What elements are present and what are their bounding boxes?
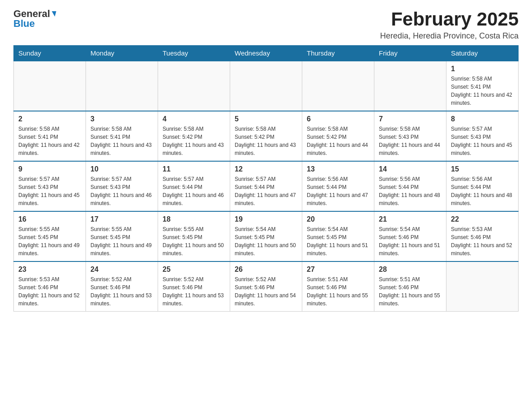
day-info: Sunrise: 5:58 AM Sunset: 5:41 PM Dayligh… xyxy=(90,125,153,157)
day-info: Sunrise: 5:58 AM Sunset: 5:42 PM Dayligh… xyxy=(307,125,369,157)
logo-blue-text: Blue xyxy=(13,19,35,29)
calendar-cell: 19Sunrise: 5:54 AM Sunset: 5:45 PM Dayli… xyxy=(230,211,302,261)
logo-arrow-icon xyxy=(50,11,56,17)
day-number: 17 xyxy=(90,215,153,223)
day-number: 20 xyxy=(307,215,369,223)
calendar-cell: 10Sunrise: 5:57 AM Sunset: 5:43 PM Dayli… xyxy=(86,161,158,211)
calendar-cell: 22Sunrise: 5:53 AM Sunset: 5:46 PM Dayli… xyxy=(446,211,519,261)
day-info: Sunrise: 5:56 AM Sunset: 5:44 PM Dayligh… xyxy=(379,175,442,207)
weekday-header-row: SundayMondayTuesdayWednesdayThursdayFrid… xyxy=(14,46,519,61)
day-info: Sunrise: 5:58 AM Sunset: 5:41 PM Dayligh… xyxy=(18,125,81,157)
calendar-cell xyxy=(446,261,519,312)
weekday-header-thursday: Thursday xyxy=(302,46,374,61)
day-number: 21 xyxy=(379,215,442,223)
weekday-header-sunday: Sunday xyxy=(14,46,86,61)
day-number: 12 xyxy=(235,165,297,173)
week-row-3: 9Sunrise: 5:57 AM Sunset: 5:43 PM Daylig… xyxy=(14,161,519,211)
day-info: Sunrise: 5:55 AM Sunset: 5:45 PM Dayligh… xyxy=(18,225,81,257)
day-info: Sunrise: 5:54 AM Sunset: 5:45 PM Dayligh… xyxy=(307,225,369,257)
day-number: 24 xyxy=(90,265,153,274)
weekday-header-tuesday: Tuesday xyxy=(158,46,230,61)
calendar-cell: 11Sunrise: 5:57 AM Sunset: 5:44 PM Dayli… xyxy=(158,161,230,211)
week-row-2: 2Sunrise: 5:58 AM Sunset: 5:41 PM Daylig… xyxy=(14,111,519,161)
day-number: 5 xyxy=(235,115,297,123)
day-info: Sunrise: 5:53 AM Sunset: 5:46 PM Dayligh… xyxy=(451,225,514,257)
calendar-cell: 4Sunrise: 5:58 AM Sunset: 5:42 PM Daylig… xyxy=(158,111,230,161)
day-info: Sunrise: 5:52 AM Sunset: 5:46 PM Dayligh… xyxy=(235,275,297,308)
day-number: 27 xyxy=(307,265,369,274)
calendar-cell: 12Sunrise: 5:57 AM Sunset: 5:44 PM Dayli… xyxy=(230,161,302,211)
calendar-cell: 16Sunrise: 5:55 AM Sunset: 5:45 PM Dayli… xyxy=(14,211,86,261)
title-section: February 2025 Heredia, Heredia Province,… xyxy=(380,9,519,41)
day-info: Sunrise: 5:52 AM Sunset: 5:46 PM Dayligh… xyxy=(90,275,153,308)
day-info: Sunrise: 5:57 AM Sunset: 5:44 PM Dayligh… xyxy=(163,175,225,207)
day-info: Sunrise: 5:57 AM Sunset: 5:43 PM Dayligh… xyxy=(451,125,514,157)
calendar-cell: 26Sunrise: 5:52 AM Sunset: 5:46 PM Dayli… xyxy=(230,261,302,312)
day-number: 6 xyxy=(307,115,369,123)
day-number: 16 xyxy=(18,215,81,223)
calendar-cell: 7Sunrise: 5:58 AM Sunset: 5:43 PM Daylig… xyxy=(374,111,446,161)
weekday-header-wednesday: Wednesday xyxy=(230,46,302,61)
day-info: Sunrise: 5:55 AM Sunset: 5:45 PM Dayligh… xyxy=(163,225,225,257)
day-number: 3 xyxy=(90,115,153,123)
day-number: 18 xyxy=(163,215,225,223)
calendar-cell: 8Sunrise: 5:57 AM Sunset: 5:43 PM Daylig… xyxy=(446,111,519,161)
day-info: Sunrise: 5:51 AM Sunset: 5:46 PM Dayligh… xyxy=(379,275,442,308)
calendar-cell: 1Sunrise: 5:58 AM Sunset: 5:41 PM Daylig… xyxy=(446,61,519,111)
day-info: Sunrise: 5:57 AM Sunset: 5:43 PM Dayligh… xyxy=(90,175,153,207)
logo-general-text: General xyxy=(13,9,50,19)
calendar-cell: 3Sunrise: 5:58 AM Sunset: 5:41 PM Daylig… xyxy=(86,111,158,161)
week-row-5: 23Sunrise: 5:53 AM Sunset: 5:46 PM Dayli… xyxy=(14,261,519,312)
calendar-cell: 21Sunrise: 5:54 AM Sunset: 5:46 PM Dayli… xyxy=(374,211,446,261)
day-number: 15 xyxy=(451,165,514,173)
day-info: Sunrise: 5:51 AM Sunset: 5:46 PM Dayligh… xyxy=(307,275,369,308)
calendar-table: SundayMondayTuesdayWednesdayThursdayFrid… xyxy=(13,45,519,312)
calendar-cell: 23Sunrise: 5:53 AM Sunset: 5:46 PM Dayli… xyxy=(14,261,86,312)
calendar-cell xyxy=(374,61,446,111)
day-number: 22 xyxy=(451,215,514,223)
day-number: 25 xyxy=(163,265,225,274)
weekday-header-friday: Friday xyxy=(374,46,446,61)
day-info: Sunrise: 5:55 AM Sunset: 5:45 PM Dayligh… xyxy=(90,225,153,257)
day-info: Sunrise: 5:54 AM Sunset: 5:45 PM Dayligh… xyxy=(235,225,297,257)
calendar-cell: 9Sunrise: 5:57 AM Sunset: 5:43 PM Daylig… xyxy=(14,161,86,211)
logo: General Blue xyxy=(13,9,56,29)
calendar-cell xyxy=(14,61,86,111)
day-info: Sunrise: 5:58 AM Sunset: 5:43 PM Dayligh… xyxy=(379,125,442,157)
calendar-cell: 5Sunrise: 5:58 AM Sunset: 5:42 PM Daylig… xyxy=(230,111,302,161)
day-info: Sunrise: 5:58 AM Sunset: 5:41 PM Dayligh… xyxy=(451,75,514,107)
calendar-cell: 18Sunrise: 5:55 AM Sunset: 5:45 PM Dayli… xyxy=(158,211,230,261)
day-info: Sunrise: 5:52 AM Sunset: 5:46 PM Dayligh… xyxy=(163,275,225,308)
calendar-cell: 17Sunrise: 5:55 AM Sunset: 5:45 PM Dayli… xyxy=(86,211,158,261)
day-number: 13 xyxy=(307,165,369,173)
weekday-header-monday: Monday xyxy=(86,46,158,61)
calendar-cell xyxy=(158,61,230,111)
calendar-cell: 25Sunrise: 5:52 AM Sunset: 5:46 PM Dayli… xyxy=(158,261,230,312)
day-number: 1 xyxy=(451,65,514,73)
day-info: Sunrise: 5:58 AM Sunset: 5:42 PM Dayligh… xyxy=(163,125,225,157)
day-number: 10 xyxy=(90,165,153,173)
day-info: Sunrise: 5:57 AM Sunset: 5:43 PM Dayligh… xyxy=(18,175,81,207)
day-number: 2 xyxy=(18,115,81,123)
calendar-cell: 13Sunrise: 5:56 AM Sunset: 5:44 PM Dayli… xyxy=(302,161,374,211)
day-info: Sunrise: 5:57 AM Sunset: 5:44 PM Dayligh… xyxy=(235,175,297,207)
calendar-cell: 6Sunrise: 5:58 AM Sunset: 5:42 PM Daylig… xyxy=(302,111,374,161)
calendar-cell: 20Sunrise: 5:54 AM Sunset: 5:45 PM Dayli… xyxy=(302,211,374,261)
calendar-cell xyxy=(230,61,302,111)
day-info: Sunrise: 5:53 AM Sunset: 5:46 PM Dayligh… xyxy=(18,275,81,308)
day-number: 7 xyxy=(379,115,442,123)
day-info: Sunrise: 5:56 AM Sunset: 5:44 PM Dayligh… xyxy=(307,175,369,207)
weekday-header-saturday: Saturday xyxy=(446,46,519,61)
calendar-cell: 15Sunrise: 5:56 AM Sunset: 5:44 PM Dayli… xyxy=(446,161,519,211)
calendar-cell xyxy=(86,61,158,111)
page-header: General Blue February 2025 Heredia, Here… xyxy=(13,9,519,41)
day-number: 14 xyxy=(379,165,442,173)
calendar-cell: 27Sunrise: 5:51 AM Sunset: 5:46 PM Dayli… xyxy=(302,261,374,312)
day-number: 23 xyxy=(18,265,81,274)
day-number: 4 xyxy=(163,115,225,123)
week-row-1: 1Sunrise: 5:58 AM Sunset: 5:41 PM Daylig… xyxy=(14,61,519,111)
week-row-4: 16Sunrise: 5:55 AM Sunset: 5:45 PM Dayli… xyxy=(14,211,519,261)
day-info: Sunrise: 5:58 AM Sunset: 5:42 PM Dayligh… xyxy=(235,125,297,157)
location-title: Heredia, Heredia Province, Costa Rica xyxy=(380,31,519,41)
calendar-cell: 28Sunrise: 5:51 AM Sunset: 5:46 PM Dayli… xyxy=(374,261,446,312)
